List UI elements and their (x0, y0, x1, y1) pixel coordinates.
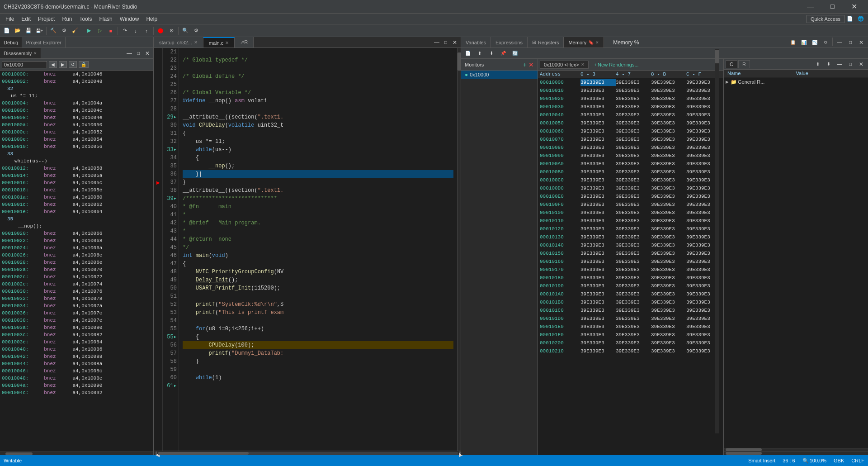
editor-max-btn[interactable]: □ (442, 38, 450, 47)
memory-toolbar-btn4[interactable]: 📌 (498, 48, 508, 58)
watch-hscroll[interactable] (724, 448, 868, 452)
memory-tab-close[interactable]: ✕ (595, 40, 599, 45)
editor-hscroll-left[interactable]: ◀ (156, 452, 157, 455)
toolbar-clean[interactable]: 🧹 (70, 26, 80, 36)
watch-hscroll2-thumb[interactable] (726, 452, 762, 455)
disassembly-hscroll[interactable] (0, 452, 153, 455)
minimize-button[interactable]: — (800, 0, 821, 14)
disassembly-max-btn[interactable]: □ (134, 49, 142, 57)
watch-toolbar-btn1[interactable]: ⬆ (813, 59, 823, 69)
menu-item-project[interactable]: Project (34, 15, 58, 23)
toolbar-step-into[interactable]: ↓ (131, 26, 141, 36)
toolbar-toggle-bp[interactable]: ⊙ (166, 26, 176, 36)
toolbar-extra-btn2[interactable]: 🌐 (855, 14, 866, 24)
toolbar-extra-btn1[interactable]: 📄 (844, 14, 855, 24)
top-toolbar-btn4[interactable]: ↻ (821, 38, 830, 48)
watch-close-btn[interactable]: ✕ (856, 59, 866, 69)
monitor-item-0x10000[interactable]: ● 0x10000 (461, 71, 538, 79)
top-max-btn[interactable]: □ (845, 38, 855, 48)
disassembly-content[interactable]: 00010000: bnez a4,0x10046 00010002: bnez… (0, 71, 153, 452)
addr-sync-btn[interactable]: ↺ (69, 61, 77, 68)
watch-tab-c[interactable]: C (726, 60, 737, 68)
addr-nav-btn2[interactable]: ▶ (59, 61, 67, 68)
menu-item-run[interactable]: Run (58, 15, 75, 23)
editor-min-btn[interactable]: — (433, 38, 441, 47)
top-toolbar-btn2[interactable]: 📊 (799, 38, 809, 48)
toolbar-step-over[interactable]: ↷ (120, 26, 130, 36)
watch-toolbar-btn2[interactable]: ⬇ (824, 59, 834, 69)
breakpoint-gutter[interactable]: ▶ (154, 48, 163, 451)
toolbar-debug[interactable]: ▶ (84, 26, 94, 36)
editor-vscroll-thumb[interactable] (458, 52, 461, 71)
menu-item-window[interactable]: Window (116, 15, 143, 23)
editor-tab-startup[interactable]: startup_ch32... ✕ (154, 37, 203, 48)
close-button[interactable]: ✕ (844, 0, 864, 14)
addr-lock-btn[interactable]: 🔒 (79, 61, 89, 68)
memory-vscroll[interactable] (715, 49, 719, 433)
quick-access-button[interactable]: Quick Access (807, 15, 844, 23)
editor-hscroll-thumb[interactable] (158, 452, 249, 455)
monitors-add-btn[interactable]: + (523, 61, 527, 68)
memory-toolbar-btn3[interactable]: ⬇ (486, 48, 496, 58)
watch-min-btn[interactable]: — (835, 59, 844, 69)
disassembly-min-btn[interactable]: — (125, 49, 133, 57)
top-toolbar-btn3[interactable]: 📉 (810, 38, 820, 48)
disassembly-hscroll-thumb[interactable] (5, 452, 33, 455)
top-toolbar-btn1[interactable]: 📋 (788, 38, 798, 48)
toolbar-step-return[interactable]: ↑ (142, 26, 151, 36)
watch-hscroll-thumb[interactable] (726, 448, 762, 451)
menu-item-flash[interactable]: Flash (95, 15, 116, 23)
memory-toolbar-btn5[interactable]: 🔄 (510, 48, 520, 58)
memory-hex-tab-close[interactable]: ✕ (581, 62, 585, 67)
editor-hscroll[interactable]: ◀ ▶ (154, 451, 461, 455)
toolbar-search[interactable]: 🔍 (180, 26, 190, 36)
maximize-button[interactable]: ☐ (822, 0, 843, 14)
toolbar-new[interactable]: 📄 (2, 26, 12, 36)
toolbar-save-all[interactable]: 💾+ (34, 26, 44, 36)
editor-tab-close-startup[interactable]: ✕ (194, 40, 198, 45)
tab-project-explorer[interactable]: Project Explorer (22, 37, 65, 48)
watch-row-general[interactable]: ▶ 📁 General R... (724, 77, 868, 86)
memory-toolbar-btn2[interactable]: ⬆ (475, 48, 485, 58)
editor-tab-r[interactable]: ↗R (235, 37, 254, 48)
tab-variables[interactable]: Variables (461, 37, 491, 48)
mem-row-v0[interactable]: 39E339E3 (580, 79, 616, 86)
memory-rows-container[interactable]: 00010000 39E339E3 39E339E3 39E339E3 39E3… (538, 78, 723, 455)
editor-tab-close-main[interactable]: ✕ (225, 40, 229, 45)
code-editor[interactable]: /* Global typedef */ /* Global define */… (179, 48, 457, 451)
editor-tab-main[interactable]: main.c ✕ (203, 37, 235, 48)
toolbar-build-all[interactable]: ⚙ (59, 26, 69, 36)
watch-tab-r[interactable]: R (738, 60, 750, 68)
toolbar-build[interactable]: 🔨 (48, 26, 58, 36)
watch-max-btn[interactable]: □ (845, 59, 855, 69)
tab-expressions[interactable]: Expressions (491, 37, 528, 48)
memory-vscroll-thumb[interactable] (715, 50, 719, 63)
toolbar-settings[interactable]: ⚙ (191, 26, 201, 36)
addr-nav-btn1[interactable]: ◀ (49, 61, 57, 68)
monitors-remove-btn[interactable]: ✕ (528, 61, 534, 68)
toolbar-breakpoint[interactable]: ⬤ (156, 26, 165, 36)
toolbar-open[interactable]: 📂 (13, 26, 23, 36)
toolbar-stop[interactable]: ■ (106, 26, 116, 36)
watch-hscroll2[interactable] (724, 452, 868, 455)
editor-close-btn[interactable]: ✕ (451, 38, 459, 47)
toolbar-save[interactable]: 💾 (24, 26, 33, 36)
address-input[interactable] (2, 61, 47, 68)
menu-item-file[interactable]: File (2, 15, 18, 23)
menu-item-edit[interactable]: Edit (18, 15, 34, 23)
top-min-btn[interactable]: — (835, 38, 844, 48)
menu-item-tools[interactable]: Tools (75, 15, 95, 23)
editor-vscroll[interactable] (457, 48, 461, 451)
tab-disassembly[interactable]: Disassembly ✕ (0, 48, 41, 58)
tab-debug[interactable]: Debug (0, 37, 22, 48)
tab-memory[interactable]: Memory 🔖 ✕ (564, 37, 604, 48)
menu-item-help[interactable]: Help (142, 15, 161, 23)
memory-hex-tab[interactable]: 0x10000 <Hex> ✕ (540, 61, 589, 69)
tab-registers[interactable]: ⊞ Registers (528, 37, 564, 48)
toolbar-run[interactable]: ▷ (95, 26, 105, 36)
memory-toolbar-btn1[interactable]: 📄 (463, 48, 473, 58)
top-close-btn[interactable]: ✕ (856, 38, 866, 48)
memory-new-rendering-btn[interactable]: + New Renderings... (590, 61, 642, 68)
disassembly-close-btn[interactable]: ✕ (143, 49, 151, 57)
editor-hscroll-right[interactable]: ▶ (459, 452, 461, 455)
